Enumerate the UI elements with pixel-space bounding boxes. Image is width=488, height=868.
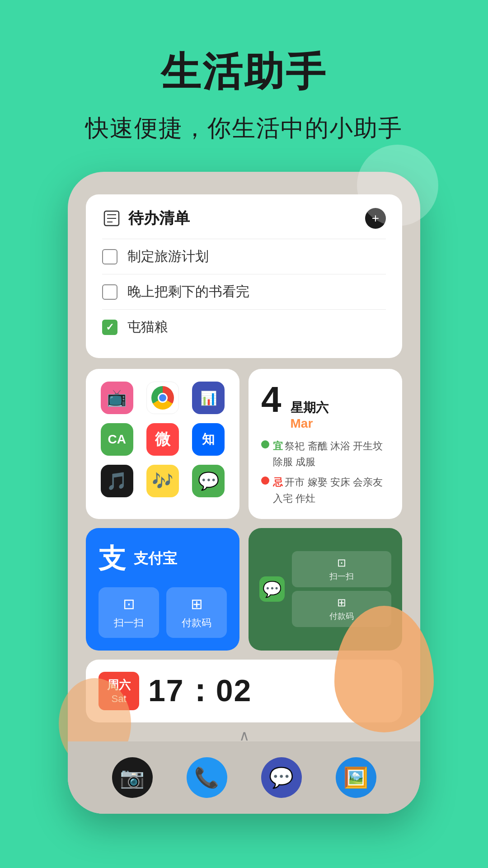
app-icon-zhihu[interactable]: 知 (192, 423, 225, 456)
cal-date: 4 (261, 382, 282, 418)
wechat-scan-label: 扫一扫 (329, 571, 354, 582)
wechat-payment-label: 付款码 (329, 611, 354, 622)
sub-title: 快速便捷，你生活中的小助手 (0, 113, 488, 144)
checkbox-2[interactable] (102, 284, 117, 300)
app-icon-music[interactable]: 🎶 (146, 465, 179, 497)
deco-shape-top (357, 145, 438, 226)
clock-time: 17：02 (148, 670, 252, 712)
dock-message[interactable]: 💬 (261, 757, 302, 798)
alipay-scan-button[interactable]: ⊡ 扫一扫 (99, 587, 159, 638)
alipay-scan-icon: ⊡ (123, 595, 135, 613)
todo-widget: 待办清单 + 制定旅游计划 晚上把剩下的书看完 屯猫粮 (86, 194, 402, 358)
inauspicious-label: 忌 (273, 476, 283, 488)
wechat-scan-button[interactable]: ⊡ 扫一扫 (292, 551, 391, 587)
alipay-buttons: ⊡ 扫一扫 ⊞ 付款码 (99, 587, 227, 638)
app-icon-chrome[interactable] (146, 382, 179, 414)
checkbox-1[interactable] (102, 249, 117, 264)
cal-date-meta: 星期六 Mar (291, 399, 328, 431)
app-icon-analytics[interactable]: 📊 (192, 382, 225, 414)
alipay-scan-label: 扫一扫 (114, 616, 144, 630)
cal-month: Mar (291, 416, 328, 431)
todo-item-1[interactable]: 制定旅游计划 (102, 239, 386, 274)
todo-text-3: 屯猫粮 (127, 318, 168, 336)
checkbox-3[interactable] (102, 320, 117, 335)
todo-header: 待办清单 + (102, 208, 386, 229)
alipay-logo: 支 (99, 541, 126, 577)
alipay-widget: 支 支付宝 ⊡ 扫一扫 ⊞ 付款码 (86, 528, 239, 651)
todo-header-left: 待办清单 (102, 208, 190, 229)
wechat-scan-icon: ⊡ (337, 557, 346, 569)
todo-title: 待办清单 (128, 208, 190, 229)
app-icon-ca[interactable]: CA (101, 423, 133, 456)
alipay-name: 支付宝 (134, 549, 177, 569)
widgets-row-1: 📺 📊 CA 微 知 🎵 🎶 💬 4 星期六 Ma (86, 369, 402, 519)
wechat-payment-icon: ⊞ (337, 596, 346, 609)
alipay-payment-button[interactable]: ⊞ 付款码 (166, 587, 227, 638)
app-grid: 📺 📊 CA 微 知 🎵 🎶 💬 (99, 382, 227, 497)
app-icon-weibo[interactable]: 微 (146, 423, 179, 456)
main-title: 生活助手 (0, 45, 488, 99)
calendar-widget: 4 星期六 Mar 宜 祭祀 斋醮 沐浴 开生坟 除服 成服 (249, 369, 402, 519)
auspicious-items: 祭祀 斋醮 沐浴 开生坟 除服 成服 (273, 440, 383, 467)
auspicious-label: 宜 (273, 440, 283, 452)
app-icon-wechat[interactable]: 💬 (192, 465, 225, 497)
todo-item-2[interactable]: 晚上把剩下的书看完 (102, 274, 386, 309)
todo-text-2: 晚上把剩下的书看完 (127, 283, 249, 301)
cal-auspicious-row: 宜 祭祀 斋醮 沐浴 开生坟 除服 成服 忌 开市 嫁娶 安床 会亲友 入宅 作… (261, 438, 389, 506)
dock-phone[interactable]: 📞 (187, 757, 227, 798)
alipay-top: 支 支付宝 (99, 541, 227, 577)
wechat-logo[interactable]: 💬 (259, 576, 285, 602)
app-icon-tiktok[interactable]: 🎵 (101, 465, 133, 497)
alipay-payment-icon: ⊞ (191, 595, 203, 613)
alipay-payment-label: 付款码 (182, 616, 211, 630)
dock-camera[interactable]: 📷 (112, 757, 153, 798)
phone-mockup: 待办清单 + 制定旅游计划 晚上把剩下的书看完 屯猫粮 📺 (68, 172, 420, 814)
todo-list-icon (102, 209, 121, 228)
dock: 📷 📞 💬 🖼️ (68, 741, 420, 814)
inauspicious-items: 开市 嫁娶 安床 会亲友 入宅 作灶 (273, 476, 383, 504)
app-grid-widget: 📺 📊 CA 微 知 🎵 🎶 💬 (86, 369, 239, 519)
cal-date-row: 4 星期六 Mar (261, 382, 389, 431)
dock-gallery[interactable]: 🖼️ (336, 757, 376, 798)
app-icon-tv[interactable]: 📺 (101, 382, 133, 414)
todo-text-1: 制定旅游计划 (127, 247, 209, 266)
cal-weekday: 星期六 (291, 399, 328, 416)
todo-item-3[interactable]: 屯猫粮 (102, 309, 386, 344)
